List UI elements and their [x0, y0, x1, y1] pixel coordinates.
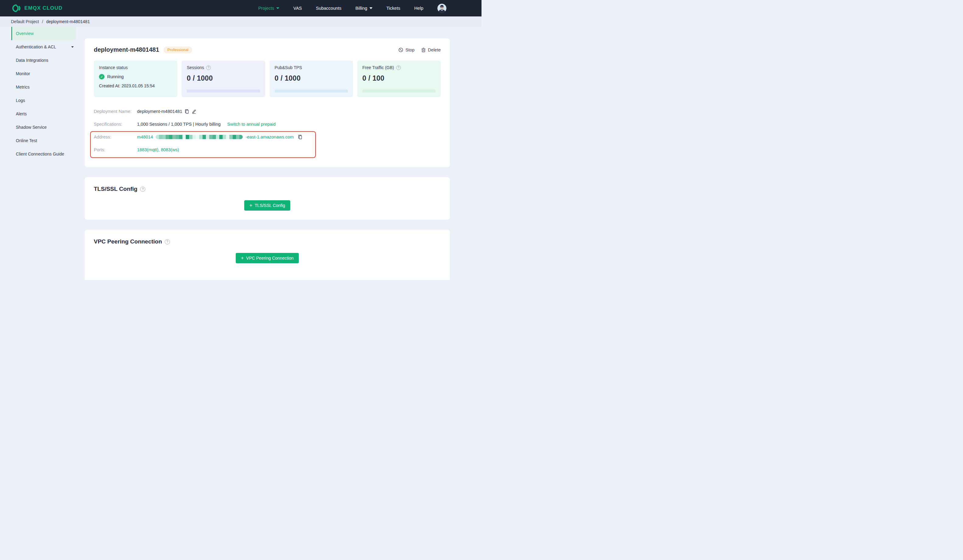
free-traffic-label: Free Traffic (GB): [362, 65, 394, 70]
instance-status-label: Instance status: [99, 65, 172, 70]
trash-icon: [421, 47, 426, 52]
nav-item-help[interactable]: Help: [414, 6, 423, 11]
ports-row: Ports: 1883(mqtt), 8083(ws): [94, 143, 441, 156]
tls-ssl-card: TLS/SSL Config ? + TLS/SSL Config: [85, 177, 450, 220]
vpc-peering-card: VPC Peering Connection ? + VPC Peering C…: [85, 230, 450, 280]
deployment-name-label: Deployment Name:: [94, 109, 137, 114]
deployment-overview-card: deployment-m4801481 Professional Stop: [85, 38, 450, 167]
stat-card-sessions: Sessions ? 0 / 1000: [182, 61, 265, 97]
address-label: Address:: [94, 134, 137, 139]
sidebar-item-authentication-acl[interactable]: Authentication & ACL: [11, 40, 76, 53]
chevron-down-icon: [71, 46, 74, 48]
edit-deployment-name-button[interactable]: [191, 109, 196, 114]
nav-item-projects[interactable]: Projects: [258, 6, 279, 11]
address-row: Address: m48014 -east-1.amazonaws.com: [94, 131, 441, 143]
check-circle-icon: ✓: [99, 74, 104, 79]
instance-status-value: Running: [107, 74, 124, 79]
breadcrumb-project[interactable]: Default Project: [11, 19, 39, 24]
specifications-row: Specifications: 1,000 Sessions / 1,000 T…: [94, 118, 441, 131]
free-traffic-value: 0 / 100: [362, 74, 436, 83]
sessions-progressbar: [187, 89, 260, 92]
user-avatar[interactable]: [437, 4, 446, 13]
chevron-down-icon: [370, 7, 373, 9]
plus-icon: +: [241, 256, 244, 261]
plus-icon: +: [250, 203, 252, 208]
pubsub-tps-label: Pub&Sub TPS: [275, 65, 302, 70]
sidebar-item-overview[interactable]: Overview: [11, 27, 76, 40]
brand: EMQX CLOUD: [11, 4, 62, 13]
deployment-details: Deployment Name: deployment-m4801481: [94, 105, 441, 156]
sidebar-item-monitor[interactable]: Monitor: [11, 67, 76, 80]
deployment-name-value: deployment-m4801481: [137, 109, 182, 114]
help-icon[interactable]: ?: [396, 65, 401, 70]
add-vpc-peering-button[interactable]: + VPC Peering Connection: [236, 253, 299, 263]
copy-icon: [185, 109, 189, 114]
nav-item-vas[interactable]: VAS: [293, 6, 302, 11]
address-suffix: -east-1.amazonaws.com: [245, 134, 293, 139]
add-tls-ssl-config-button[interactable]: + TLS/SSL Config: [244, 200, 290, 210]
sidebar-item-alerts[interactable]: Alerts: [11, 107, 76, 121]
sidebar-item-client-connections-guide[interactable]: Client Connections Guide: [11, 147, 76, 161]
ports-label: Ports:: [94, 147, 137, 152]
nav-menu: Projects VAS Subaccounts Billing Tickets…: [258, 6, 423, 11]
sidebar-item-logs[interactable]: Logs: [11, 94, 76, 107]
chevron-down-icon: [276, 7, 279, 9]
breadcrumb-separator: /: [42, 19, 43, 24]
copy-deployment-name-button[interactable]: [185, 109, 189, 114]
switch-annual-prepaid-link[interactable]: Switch to annual prepaid: [227, 122, 276, 126]
breadcrumb: Default Project / deployment-m4801481: [0, 16, 481, 27]
emqx-logo-icon: [11, 4, 21, 13]
deployment-name-row: Deployment Name: deployment-m4801481: [94, 105, 441, 118]
stop-icon: [398, 47, 403, 52]
stop-button[interactable]: Stop: [398, 47, 415, 52]
edit-pencil-icon: [191, 109, 196, 114]
help-icon[interactable]: ?: [165, 239, 170, 244]
stat-card-instance-status: Instance status ✓ Running Created At: 20…: [94, 61, 177, 97]
ports-value: 1883(mqtt), 8083(ws): [137, 147, 179, 152]
sessions-value: 0 / 1000: [187, 74, 260, 83]
stats-row: Instance status ✓ Running Created At: 20…: [94, 61, 441, 97]
pubsub-tps-progressbar: [275, 89, 348, 92]
sidebar-item-data-integrations[interactable]: Data Integrations: [11, 53, 76, 67]
sidebar-item-online-test[interactable]: Online Test: [11, 134, 76, 147]
tls-ssl-heading: TLS/SSL Config: [94, 186, 137, 193]
stat-card-pubsub-tps: Pub&Sub TPS 0 / 1000: [269, 61, 353, 97]
sessions-label: Sessions: [187, 65, 204, 70]
address-censored: [156, 135, 243, 139]
nav-item-subaccounts[interactable]: Subaccounts: [316, 6, 341, 11]
nav-item-billing[interactable]: Billing: [355, 6, 373, 11]
main-content: deployment-m4801481 Professional Stop: [85, 38, 450, 280]
nav-item-tickets[interactable]: Tickets: [386, 6, 400, 11]
pubsub-tps-value: 0 / 1000: [275, 74, 348, 83]
breadcrumb-current: deployment-m4801481: [46, 19, 90, 24]
created-at: Created At: 2023.01.05 15:54: [99, 83, 172, 88]
specifications-label: Specifications:: [94, 122, 137, 126]
specifications-value: 1,000 Sessions / 1,000 TPS | Hourly bill…: [137, 122, 220, 126]
sidebar-item-metrics[interactable]: Metrics: [11, 80, 76, 94]
help-icon[interactable]: ?: [140, 186, 145, 192]
copy-address-button[interactable]: [298, 134, 302, 139]
sidebar: Overview Authentication & ACL Data Integ…: [0, 27, 76, 161]
sidebar-item-shadow-service[interactable]: Shadow Service: [11, 121, 76, 134]
vpc-peering-heading: VPC Peering Connection: [94, 238, 162, 245]
brand-name: EMQX CLOUD: [24, 5, 62, 11]
help-icon[interactable]: ?: [206, 65, 211, 70]
stat-card-free-traffic: Free Traffic (GB) ? 0 / 100: [357, 61, 441, 97]
page-title: deployment-m4801481: [94, 46, 159, 53]
plan-badge: Professional: [164, 47, 193, 53]
top-navbar: EMQX CLOUD Projects VAS Subaccounts Bill…: [0, 0, 481, 16]
copy-icon: [298, 134, 302, 139]
delete-button[interactable]: Delete: [421, 47, 441, 52]
address-prefix: m48014: [137, 134, 153, 139]
free-traffic-progressbar: [362, 89, 436, 92]
